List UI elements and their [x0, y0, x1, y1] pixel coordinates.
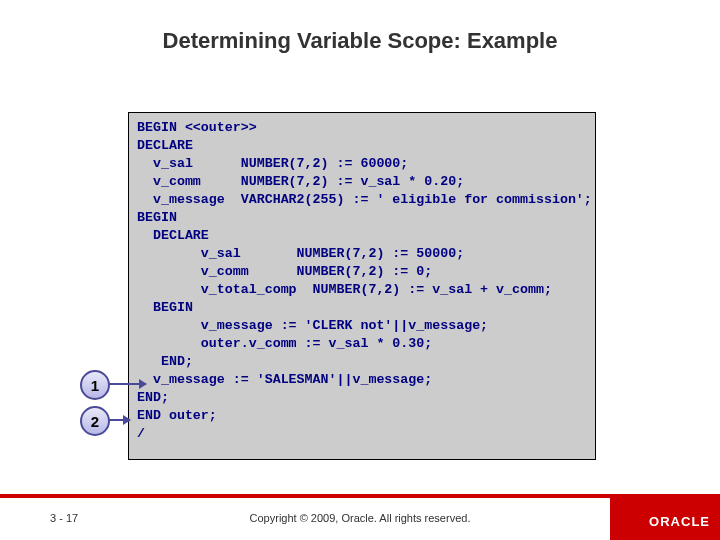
footer: 3 - 17 Copyright © 2009, Oracle. All rig…: [0, 498, 720, 540]
callout-2: 2: [80, 406, 110, 436]
callout-1: 1: [80, 370, 110, 400]
oracle-logo: ORACLE: [649, 514, 710, 529]
copyright-text: Copyright © 2009, Oracle. All rights res…: [0, 512, 720, 524]
page-title: Determining Variable Scope: Example: [0, 28, 720, 54]
arrow-2: [108, 419, 130, 421]
code-example-box: BEGIN <<outer>> DECLARE v_sal NUMBER(7,2…: [128, 112, 596, 460]
arrow-1: [108, 383, 146, 385]
